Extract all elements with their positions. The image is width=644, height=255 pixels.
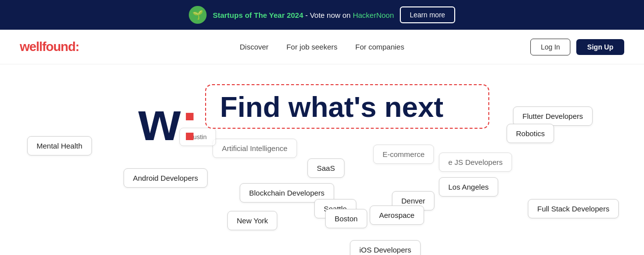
learn-more-button[interactable]: Learn more — [400, 6, 455, 23]
nav-companies[interactable]: For companies — [355, 43, 404, 51]
tag-full-stack[interactable]: Full Stack Developers — [528, 199, 619, 218]
signup-button[interactable]: Sign Up — [576, 39, 624, 55]
login-button[interactable]: Log In — [530, 39, 570, 55]
logo-text: wellfound — [20, 39, 75, 54]
search-headline: Find what's next — [220, 90, 443, 123]
tag-mental-health[interactable]: Mental Health — [27, 136, 92, 155]
tag-aerospace[interactable]: Aerospace — [370, 205, 424, 225]
logo-colon: : — [75, 39, 79, 54]
tag-ios-devs[interactable]: iOS Developers — [350, 240, 421, 255]
nav-links: Discover For job seekers For companies — [240, 43, 404, 51]
nav-job-seekers[interactable]: For job seekers — [286, 43, 337, 51]
logo[interactable]: wellfound: — [20, 39, 79, 54]
banner-icon: 🌱 — [189, 6, 207, 24]
tag-boston[interactable]: Boston — [325, 209, 367, 228]
tag-los-angeles[interactable]: Los Angeles — [439, 177, 498, 197]
nav-actions: Log In Sign Up — [530, 39, 624, 55]
tag-android-devs[interactable]: Android Developers — [124, 168, 208, 188]
nav-discover[interactable]: Discover — [240, 43, 268, 51]
hero-logo-letter: w — [138, 91, 181, 152]
hero-logo: w: — [138, 94, 199, 149]
tag-ecommerce[interactable]: E-commerce — [373, 145, 434, 164]
tag-ai[interactable]: Artificial Intelligence — [213, 139, 297, 158]
tag-robotics[interactable]: Robotics — [507, 124, 554, 143]
search-box[interactable]: Find what's next — [205, 84, 489, 129]
tag-new-york[interactable]: New York — [227, 211, 277, 230]
tag-js-devs[interactable]: e JS Developers — [439, 153, 512, 172]
tag-flutter-devs[interactable]: Flutter Developers — [513, 106, 593, 126]
banner-title: Startups of The Year 2024 — [213, 11, 303, 19]
banner-middle: - Vote now on — [305, 11, 353, 19]
hackernoon-link[interactable]: HackerNoon — [353, 11, 394, 19]
hero-logo-colon: : — [181, 91, 199, 152]
main-content: w: Find what's next Mental Health Androi… — [0, 64, 644, 255]
top-banner: 🌱 Startups of The Year 2024 - Vote now o… — [0, 0, 644, 30]
banner-text: Startups of The Year 2024 - Vote now on … — [213, 11, 394, 19]
navbar: wellfound: Discover For job seekers For … — [0, 30, 644, 64]
tag-saas[interactable]: SaaS — [307, 158, 344, 178]
